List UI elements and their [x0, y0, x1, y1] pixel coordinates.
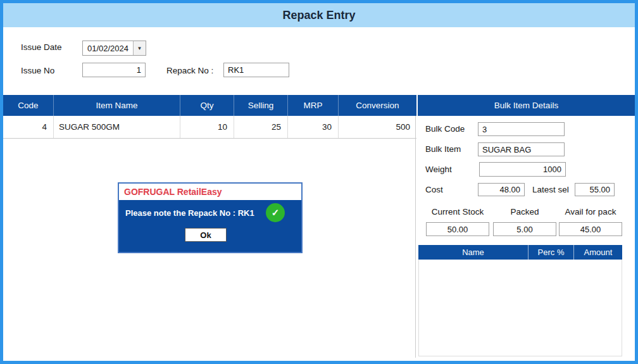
- title-bar: Repack Entry: [3, 3, 635, 27]
- avail-for-pack-input[interactable]: [559, 222, 622, 236]
- column-header-code: Code: [3, 95, 54, 116]
- dialog-message: Please note the Repack No : RK1: [125, 208, 254, 218]
- packed-label: Packed: [490, 207, 560, 217]
- dialog-title-bar: GOFRUGAL RetailEasy: [119, 184, 301, 200]
- dialog-body: Please note the Repack No : RK1 ✓ Ok: [119, 200, 301, 252]
- issue-date-label: Issue Date: [21, 42, 62, 52]
- breakup-table-header: Name Perc % Amount: [418, 245, 622, 260]
- repack-no-label: Repack No :: [166, 66, 213, 75]
- bulk-item-input[interactable]: [478, 142, 565, 156]
- cell-mrp: 30: [288, 116, 339, 138]
- issue-date-input[interactable]: 01/02/2024: [83, 41, 133, 55]
- items-table-header: Code Item Name Qty Selling MRP Conversio…: [3, 95, 635, 116]
- issue-no-label: Issue No: [21, 66, 54, 75]
- avail-for-pack-label: Avail for pack: [555, 207, 626, 217]
- repack-no-input[interactable]: [223, 63, 289, 77]
- breakup-column-name: Name: [418, 245, 529, 260]
- issue-date-dropdown-button[interactable]: ▼: [133, 41, 146, 55]
- dialog-title: GOFRUGAL RetailEasy: [124, 187, 222, 197]
- cell-selling: 25: [234, 116, 288, 138]
- column-header-qty: Qty: [180, 95, 234, 116]
- cell-item-name: SUGAR 500GM: [54, 116, 180, 138]
- cell-conversion: 500: [339, 116, 416, 138]
- message-dialog: GOFRUGAL RetailEasy Please note the Repa…: [118, 182, 303, 253]
- breakup-column-perc: Perc %: [529, 245, 574, 260]
- bulk-item-label: Bulk Item: [425, 144, 461, 154]
- current-stock-input[interactable]: [426, 222, 489, 236]
- column-header-selling: Selling: [234, 95, 288, 116]
- breakup-table-body: [418, 260, 622, 356]
- latest-sel-input[interactable]: [575, 183, 615, 196]
- packed-input[interactable]: [493, 222, 556, 236]
- column-header-conversion: Conversion: [339, 95, 416, 116]
- bulk-item-details-header: Bulk Item Details: [418, 95, 635, 116]
- current-stock-label: Current Stock: [423, 207, 492, 217]
- cost-label: Cost: [425, 185, 443, 194]
- weight-label: Weight: [425, 165, 452, 174]
- breakup-column-amount: Amount: [574, 245, 622, 260]
- column-header-item-name: Item Name: [54, 95, 180, 116]
- panel-divider: [415, 116, 416, 358]
- cost-input[interactable]: [478, 183, 525, 196]
- repack-entry-window: Repack Entry Issue Date 01/02/2024 ▼ Iss…: [0, 0, 638, 364]
- cell-code: 4: [3, 116, 54, 138]
- ok-button[interactable]: Ok: [185, 228, 227, 242]
- bulk-code-label: Bulk Code: [425, 124, 465, 134]
- column-header-mrp: MRP: [288, 95, 339, 116]
- table-row[interactable]: 4 SUGAR 500GM 10 25 30 500: [3, 116, 416, 139]
- page-title: Repack Entry: [282, 9, 355, 22]
- bulk-code-input[interactable]: [478, 122, 565, 136]
- issue-date-combo: 01/02/2024 ▼: [82, 41, 146, 56]
- chevron-down-icon: ▼: [137, 46, 142, 51]
- success-check-icon: ✓: [266, 203, 285, 222]
- cell-qty: 10: [180, 116, 234, 138]
- weight-input[interactable]: [479, 162, 566, 177]
- issue-no-input[interactable]: [82, 63, 146, 77]
- latest-sel-label: Latest sel: [532, 185, 569, 194]
